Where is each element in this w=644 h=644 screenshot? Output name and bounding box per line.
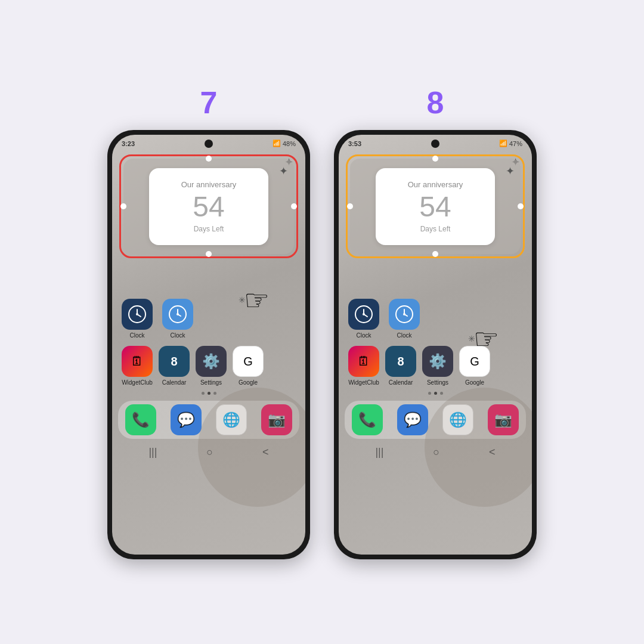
status-right-7: 📶 48%	[273, 140, 296, 147]
nav-menu-7[interactable]: |||	[148, 446, 157, 459]
clock-dark-label-8: Clock	[356, 332, 371, 339]
settings-label-7: Settings	[200, 379, 222, 386]
app-clock-dark-8[interactable]: Clock	[348, 299, 379, 339]
screen-content-8: ✦ Our anniversary 54	[339, 150, 532, 555]
resize-right-8[interactable]	[518, 203, 524, 209]
clock-light-label-8: Clock	[397, 332, 411, 339]
hand-pointer-7: ☞	[244, 283, 270, 317]
clock-light-label-7: Clock	[170, 332, 185, 339]
main-container: 7 3:23 📶 48% ✦	[107, 85, 537, 559]
google-label-8: Google	[465, 379, 484, 386]
widget-card-7: Our anniversary 54 Days Left	[149, 168, 268, 245]
calendar-label-8: Calendar	[389, 379, 413, 386]
widget-number-7: 54	[166, 193, 252, 221]
nav-home-7[interactable]: ○	[206, 446, 213, 459]
resize-top-7[interactable]	[206, 156, 212, 162]
widget-title-8: Our anniversary	[392, 180, 478, 189]
svg-point-11	[363, 313, 365, 315]
dock-messages-8[interactable]: 💬	[397, 404, 428, 435]
dock-phone-7[interactable]: 📞	[125, 404, 156, 435]
step-7-number: 7	[200, 85, 218, 120]
resize-bottom-7[interactable]	[206, 251, 212, 257]
phone-frame-7: 3:23 📶 48% ✦	[107, 130, 310, 559]
widgetclub-label-8: WidgetClub	[348, 379, 379, 386]
dock-messages-7[interactable]: 💬	[171, 404, 202, 435]
sparkle-widget-8: ✦	[506, 165, 515, 178]
dock-phone-8[interactable]: 📞	[352, 404, 383, 435]
app-clock-light-7[interactable]: Clock	[162, 299, 193, 339]
widget-container-8: Our anniversary 54 Days Left ✦	[350, 159, 521, 254]
nav-back-8[interactable]: <	[489, 446, 496, 459]
app-widgetclub-8[interactable]: 🗓 WidgetClub	[348, 346, 379, 386]
calendar-icon-7: 8	[159, 346, 190, 377]
status-right-8: 📶 47%	[499, 140, 522, 147]
status-bar-8: 3:53 📶 47%	[339, 135, 532, 150]
app-clock-light-8[interactable]: Clock	[389, 299, 420, 339]
resize-top-8[interactable]	[432, 156, 438, 162]
widget-border-8: Our anniversary 54 Days Left ✦	[346, 154, 525, 258]
calendar-icon-8: 8	[385, 346, 416, 377]
svg-point-7	[177, 313, 179, 315]
apps-row2-7: 🗓 WidgetClub 8 Calendar ⚙️ Settings	[112, 341, 305, 388]
clock-light-icon-8	[389, 299, 420, 330]
widgetclub-icon-8: 🗓	[348, 346, 379, 377]
widget-number-8: 54	[392, 193, 478, 221]
settings-label-8: Settings	[427, 379, 448, 386]
dot-7-2	[208, 392, 210, 395]
app-calendar-7[interactable]: 8 Calendar	[159, 346, 190, 386]
widget-subtitle-7: Days Left	[166, 225, 252, 233]
resize-left-8[interactable]	[347, 203, 353, 209]
step-8: 8 3:53 📶 47% ✦	[334, 85, 537, 559]
clock-dark-icon-8	[348, 299, 379, 330]
phone-screen-7: 3:23 📶 48% ✦	[112, 135, 305, 555]
clock-light-icon-7	[162, 299, 193, 330]
resize-bottom-8[interactable]	[432, 251, 438, 257]
dot-7-1	[202, 392, 205, 395]
apps-row1-7: Clock C	[112, 263, 305, 341]
deco-circle-7	[198, 388, 305, 507]
dot-8-3	[440, 392, 443, 395]
app-settings-8[interactable]: ⚙️ Settings	[422, 346, 453, 386]
widget-container-7: Our anniversary 54 Days Left ✦	[123, 159, 294, 254]
widget-card-8: Our anniversary 54 Days Left	[376, 168, 495, 245]
time-7: 3:23	[122, 140, 135, 147]
widget-title-7: Our anniversary	[166, 180, 252, 189]
apps-row2-8: 🗓 WidgetClub 8 Calendar ⚙️ Settings	[339, 341, 532, 388]
widget-area-8: Our anniversary 54 Days Left ✦	[339, 150, 532, 263]
step-7: 7 3:23 📶 48% ✦	[107, 85, 310, 559]
app-widgetclub-7[interactable]: 🗓 WidgetClub	[122, 346, 153, 386]
messages-icon-8: 💬	[397, 404, 428, 435]
phone-screen-8: 3:53 📶 47% ✦	[339, 135, 532, 555]
svg-point-15	[403, 313, 405, 315]
notch-7	[205, 140, 213, 148]
nav-back-7[interactable]: <	[262, 446, 269, 459]
widgetclub-icon-7: 🗓	[122, 346, 153, 377]
widget-area-7: Our anniversary 54 Days Left ✦	[112, 150, 305, 263]
settings-icon-7: ⚙️	[196, 346, 227, 377]
nav-menu-8[interactable]: |||	[375, 446, 383, 459]
dot-8-1	[428, 392, 431, 395]
app-settings-7[interactable]: ⚙️ Settings	[196, 346, 227, 386]
dot-7-3	[213, 392, 216, 395]
widget-border-7: Our anniversary 54 Days Left ✦	[119, 154, 298, 258]
clock-dark-icon-7	[122, 299, 153, 330]
messages-icon-7: 💬	[171, 404, 202, 435]
widgetclub-label-7: WidgetClub	[122, 379, 153, 386]
app-clock-dark-7[interactable]: Clock	[122, 299, 153, 339]
phone-icon-7: 📞	[125, 404, 156, 435]
svg-point-3	[136, 313, 138, 315]
apps-row1-8: Clock Clock	[339, 263, 532, 341]
notch-8	[431, 140, 439, 148]
settings-icon-8: ⚙️	[422, 346, 453, 377]
calendar-label-7: Calendar	[162, 379, 187, 386]
phone-frame-8: 3:53 📶 47% ✦	[334, 130, 537, 559]
google-label-7: Google	[239, 379, 258, 386]
screen-content-7: ✦ Our anniversary 54	[112, 150, 305, 555]
app-calendar-8[interactable]: 8 Calendar	[385, 346, 416, 386]
step-8-number: 8	[427, 85, 444, 120]
nav-home-8[interactable]: ○	[433, 446, 439, 459]
resize-right-7[interactable]	[291, 203, 297, 209]
phone-icon-8: 📞	[352, 404, 383, 435]
app-google-7[interactable]: G Google	[233, 346, 264, 386]
resize-left-7[interactable]	[120, 203, 126, 209]
